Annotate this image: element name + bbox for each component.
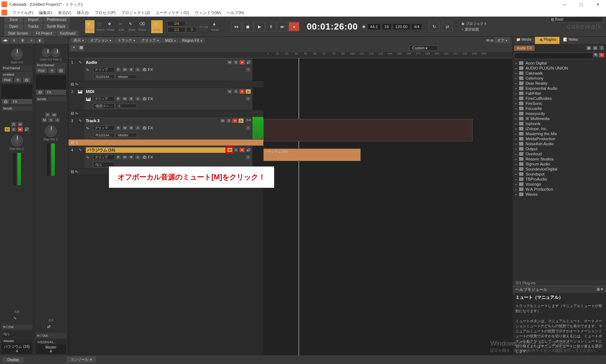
mute-2[interactable]: M [227, 89, 233, 94]
solo-r[interactable]: S [48, 117, 54, 123]
plugin-item[interactable]: ▸Focusrite [513, 106, 606, 111]
snow-4[interactable]: ❄ [128, 155, 134, 160]
insp-tab-a[interactable]: A [10, 37, 18, 43]
plugin-item[interactable]: ▸AUDIO PLUGIN UNION [513, 66, 606, 71]
clear-search[interactable]: ✕ [599, 53, 605, 58]
playhead[interactable] [299, 58, 299, 355]
plugin-item[interactable]: ▸Overloud [513, 151, 606, 156]
preferences-button[interactable]: Preferences [43, 17, 70, 23]
read-l[interactable]: R [11, 122, 17, 127]
gain-knob-l[interactable] [11, 48, 23, 60]
track-name-2[interactable]: MIDI [86, 89, 225, 94]
plugin-item[interactable]: ▸IK Multimedia [513, 116, 606, 121]
fader-l[interactable] [13, 153, 16, 185]
mon-4[interactable]: 🔊 [245, 147, 251, 152]
pan-knob-l[interactable] [11, 135, 23, 146]
plugin-item[interactable]: ▸NoiseAsh Audio [513, 141, 606, 146]
mon-l[interactable]: 🔊 [24, 127, 30, 132]
track-name-3[interactable]: Track 3 [86, 119, 218, 123]
browser-view-2[interactable]: ▤ [592, 45, 598, 50]
synth-rack-button[interactable]: Synth Rack [43, 23, 69, 30]
audio-fx-filter[interactable]: Audio FX [514, 45, 535, 51]
a-2[interactable]: A [135, 96, 141, 101]
start-screen-button[interactable]: Start Screen [4, 30, 32, 36]
record-button[interactable]: ● [289, 22, 299, 31]
tab-notes[interactable]: 📝 Notes [559, 37, 581, 44]
wave-icon-l[interactable]: ∿ [13, 316, 21, 321]
forward-button[interactable]: ⏭ [277, 22, 288, 31]
read-r[interactable]: R [45, 112, 50, 117]
fader-r[interactable] [47, 143, 50, 176]
plugin-item[interactable]: ▸FineCutBodies [513, 96, 606, 101]
plugin-search[interactable] [514, 53, 593, 59]
display-button[interactable]: Display [3, 357, 23, 363]
snap-toggle[interactable]: ◫Snap [151, 20, 163, 34]
post-btn-r[interactable]: Post [36, 68, 47, 73]
menu-utility[interactable]: ユーティリティ(U) [153, 10, 192, 15]
a-3[interactable]: A [135, 125, 141, 130]
w-1[interactable]: W [122, 67, 128, 72]
add-1[interactable]: + [245, 67, 251, 72]
insp-tab-3[interactable]: ≡ [27, 37, 35, 43]
fx-4[interactable]: FX [148, 155, 153, 159]
insp-tab-2[interactable]: ⊞ [19, 37, 27, 43]
a-1[interactable]: A [135, 67, 141, 72]
snap-value-br[interactable]: 3 [186, 27, 197, 32]
tempo-bpm[interactable]: 120.00 [393, 24, 410, 30]
tool-edit[interactable]: ↔Edit [116, 20, 126, 34]
menu-file[interactable]: ファイル(F) [9, 10, 36, 15]
arm-r[interactable]: A [54, 117, 60, 123]
clip-dd-3[interactable]: クリップ [93, 125, 115, 131]
out-1[interactable]: ▫Master [115, 75, 137, 79]
plugin-item[interactable]: ▸FabFilter [513, 91, 606, 96]
dd-off[interactable]: オフ [494, 37, 510, 43]
mute-3[interactable]: M [220, 118, 225, 123]
plugin-item[interactable]: ▸Output [513, 146, 606, 151]
timeline-ruler[interactable]: 1122334455667788910011112213314415516617… [263, 52, 512, 58]
pan-knob-r[interactable] [45, 125, 57, 137]
fxp-2[interactable]: ⏻ [141, 96, 147, 101]
custom-preset[interactable]: Custom ▾ [409, 45, 438, 51]
add-4[interactable]: + [245, 155, 251, 160]
mon-3[interactable]: 🔊 [238, 118, 244, 123]
clip-track4[interactable]: パラジウム (16) [263, 148, 361, 161]
play-button[interactable]: ▶ [254, 22, 265, 31]
track-folder-button[interactable]: ▦ [78, 45, 84, 51]
dd-view[interactable]: 表示 [71, 37, 87, 43]
solo-l[interactable]: S [11, 127, 17, 132]
fx-power-r[interactable]: ⏻ [36, 90, 44, 95]
add-3[interactable]: + [245, 125, 251, 130]
fx-slot-r[interactable]: FX [45, 90, 66, 95]
tool-draw[interactable]: ✎Draw [127, 20, 137, 34]
r-1[interactable]: R [115, 67, 121, 72]
power-r[interactable]: ⏻ [57, 68, 65, 73]
fit-project-button[interactable]: Fit Project [32, 30, 56, 36]
swap-icon-r[interactable]: ⇄ [47, 324, 54, 329]
link-l[interactable]: ⟲ [14, 77, 21, 83]
snap-value-top[interactable]: 1/4 [167, 21, 185, 26]
dd-clip[interactable]: クリップ [139, 37, 162, 43]
plugin-item[interactable]: ▸Celemony [513, 76, 606, 81]
plugin-item[interactable]: ▸Soundspot [513, 172, 606, 177]
solo-2[interactable]: S [233, 89, 239, 94]
add-track-button[interactable]: + [71, 45, 77, 51]
menu-process[interactable]: プロセス(P) [92, 10, 119, 15]
in-1[interactable]: ▫S122144... [93, 75, 115, 79]
plugin-item[interactable]: ▸MeldaProduction [513, 136, 606, 141]
add-2[interactable]: + [245, 96, 251, 101]
snow-1[interactable]: ❄ [128, 67, 134, 72]
expand-2[interactable]: ⊟ ∿ [69, 110, 263, 117]
dd-track[interactable]: トラック [115, 37, 138, 43]
link-r[interactable]: ⟲ [48, 68, 56, 73]
menu-insert[interactable]: 挿入(I) [74, 10, 91, 15]
aim-selection[interactable]: ○ 選択範囲 [461, 27, 487, 32]
fxp-4[interactable]: ⏻ [141, 155, 147, 160]
track-row-3[interactable]: 3 ∿ Track 3 MS●🔊0.0 ∿クリップRW❄A⏻FX+ ▫R1221… [69, 117, 263, 139]
expand-1[interactable]: ⊟ ∿ [69, 81, 263, 88]
tool-erase[interactable]: ⌫Erase [137, 20, 147, 34]
solo-4[interactable]: S [233, 147, 239, 152]
a-4[interactable]: A [135, 155, 141, 160]
in-l[interactable]: ▫なし [1, 331, 32, 337]
plugin-item[interactable]: ▸Dear Reality [513, 81, 606, 86]
fxp-1[interactable]: ⏻ [141, 67, 147, 72]
